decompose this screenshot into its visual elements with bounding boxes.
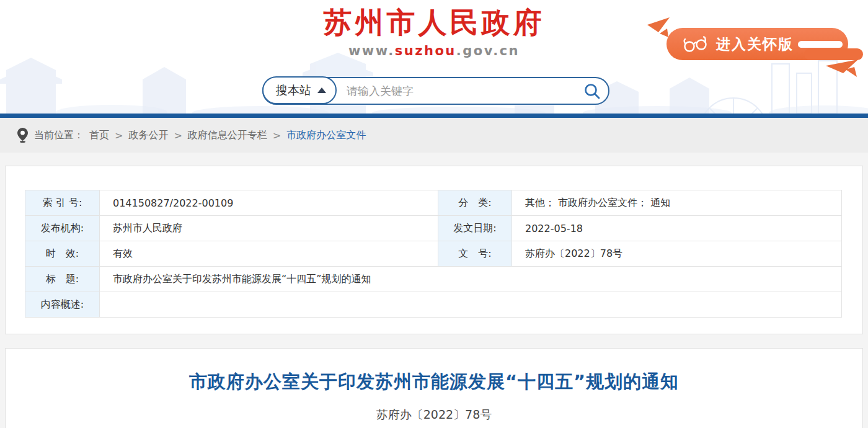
meta-label-issuing-agency: 发布机构: xyxy=(25,216,100,241)
site-header: 苏州市人民政府 www.suzhou.gov.cn 搜本站 进入关 xyxy=(0,0,868,118)
document-number: 苏府办〔2022〕78号 xyxy=(6,407,862,423)
search-scope-label: 搜本站 xyxy=(276,82,311,99)
breadcrumb-current-page[interactable]: 市政府办公室文件 xyxy=(286,129,366,142)
paper-plane-icon xyxy=(646,16,671,40)
meta-label-issue-date: 发文日期: xyxy=(438,216,512,241)
search-input[interactable] xyxy=(337,80,583,102)
site-url-suffix: .gov.cn xyxy=(456,43,520,58)
meta-value-content-summary xyxy=(100,292,842,318)
meta-value-title: 市政府办公室关于印发苏州市能源发展“十四五”规划的通知 xyxy=(100,267,842,292)
table-row: 时 效: 有效 文 号: 苏府办〔2022〕78号 xyxy=(25,241,842,267)
breadcrumb-separator: > xyxy=(115,130,123,141)
document-title: 市政府办公室关于印发苏州市能源发展“十四五”规划的通知 xyxy=(6,370,862,395)
care-version-label: 进入关怀版 xyxy=(716,35,794,54)
breadcrumb-item-info-disclosure[interactable]: 政府信息公开专栏 xyxy=(188,129,267,142)
care-button-tail xyxy=(804,48,863,60)
table-row: 发布机构: 苏州市人民政府 发文日期: 2022-05-18 xyxy=(25,216,842,241)
meta-value-issuing-agency: 苏州市人民政府 xyxy=(100,216,438,241)
breadcrumb-separator: > xyxy=(273,130,281,141)
glasses-icon xyxy=(681,35,709,53)
breadcrumb-item-government-affairs[interactable]: 政务公开 xyxy=(128,129,168,142)
search-icon xyxy=(583,82,601,100)
meta-value-category: 其他； 市政府办公室文件； 通知 xyxy=(512,190,842,216)
meta-label-title: 标 题: xyxy=(25,267,100,292)
caret-up-icon xyxy=(317,87,326,93)
location-pin-icon xyxy=(17,128,28,143)
breadcrumb: 当前位置： 首页 > 政务公开 > 政府信息公开专栏 > 市政府办公室文件 xyxy=(0,118,868,153)
document-body-card: 市政府办公室关于印发苏州市能源发展“十四五”规划的通知 苏府办〔2022〕78号 xyxy=(5,348,863,428)
search-scope-selector[interactable]: 搜本站 xyxy=(262,76,337,104)
table-row: 标 题: 市政府办公室关于印发苏州市能源发展“十四五”规划的通知 xyxy=(25,267,842,292)
meta-value-issue-date: 2022-05-18 xyxy=(512,216,842,241)
meta-value-doc-number: 苏府办〔2022〕78号 xyxy=(512,241,842,267)
site-url-www: www. xyxy=(348,43,395,58)
breadcrumb-item-home[interactable]: 首页 xyxy=(89,129,109,142)
breadcrumb-location-label: 当前位置： xyxy=(34,129,84,142)
paper-plane-icon xyxy=(826,60,864,78)
breadcrumb-separator: > xyxy=(174,130,182,141)
meta-label-content-summary: 内容概述: xyxy=(25,292,100,318)
table-row: 内容概述: xyxy=(25,292,842,318)
meta-label-validity: 时 效: xyxy=(25,241,100,267)
meta-value-index-number: 014150827/2022-00109 xyxy=(100,190,438,216)
meta-label-index-number: 索 引 号: xyxy=(25,190,100,216)
site-url-domain: suzhou xyxy=(395,43,456,58)
document-meta-table: 索 引 号: 014150827/2022-00109 分 类: 其他； 市政府… xyxy=(25,190,842,318)
meta-value-validity: 有效 xyxy=(100,241,438,267)
meta-label-category: 分 类: xyxy=(438,190,512,216)
care-button-swoosh xyxy=(798,41,843,48)
search-button[interactable] xyxy=(583,82,601,100)
document-meta-card: 索 引 号: 014150827/2022-00109 分 类: 其他； 市政府… xyxy=(5,166,863,334)
site-search-bar: 搜本站 xyxy=(262,77,609,105)
meta-label-doc-number: 文 号: xyxy=(438,241,512,267)
table-row: 索 引 号: 014150827/2022-00109 分 类: 其他； 市政府… xyxy=(25,190,842,216)
